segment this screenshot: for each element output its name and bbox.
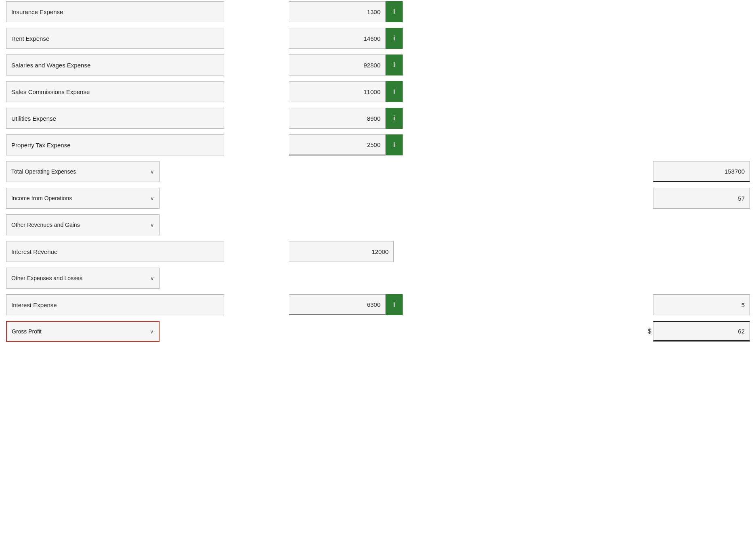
other-revenues-label-col: Other Revenues and Gains ∨	[6, 214, 289, 235]
other-revenues-dropdown[interactable]: Other Revenues and Gains ∨	[6, 214, 160, 235]
income-operations-right-col: 57	[653, 188, 750, 209]
salaries-wages-label: Salaries and Wages Expense	[6, 54, 224, 75]
property-tax-label: Property Tax Expense	[6, 134, 224, 155]
insurance-expense-label: Insurance Expense	[6, 1, 224, 22]
insurance-expense-mid-col: 1300 i	[289, 1, 450, 22]
total-operating-total-value: 153700	[653, 161, 750, 182]
property-tax-value: 2500	[289, 134, 386, 155]
total-operating-expenses-row: Total Operating Expenses ∨ 153700	[0, 160, 756, 183]
sales-commissions-mid-col: 11000 i	[289, 81, 450, 102]
utilities-expense-value: 8900	[289, 108, 386, 129]
gross-profit-total-value: 62	[653, 321, 750, 342]
other-expenses-chevron-icon: ∨	[150, 275, 154, 281]
interest-expense-label: Interest Expense	[6, 294, 224, 315]
rent-expense-value: 14600	[289, 28, 386, 49]
other-expenses-label: Other Expenses and Losses	[11, 275, 82, 281]
interest-revenue-value: 12000	[289, 241, 394, 262]
total-operating-label-col: Total Operating Expenses ∨	[6, 161, 289, 182]
other-expenses-label-col: Other Expenses and Losses ∨	[6, 268, 289, 289]
rent-expense-label-col: Rent Expense	[6, 28, 289, 49]
salaries-wages-label-col: Salaries and Wages Expense	[6, 54, 289, 75]
utilities-expense-mid-col: 8900 i	[289, 108, 450, 129]
interest-expense-info-btn[interactable]: i	[386, 294, 403, 315]
interest-expense-mid-col: 6300 i	[289, 294, 450, 315]
total-operating-expenses-dropdown[interactable]: Total Operating Expenses ∨	[6, 161, 160, 182]
insurance-expense-label-col: Insurance Expense	[6, 1, 289, 22]
insurance-expense-info-btn[interactable]: i	[386, 1, 403, 22]
utilities-expense-label: Utilities Expense	[6, 108, 224, 129]
sales-commissions-label: Sales Commissions Expense	[6, 81, 224, 102]
utilities-expense-label-col: Utilities Expense	[6, 108, 289, 129]
interest-revenue-label-col: Interest Revenue	[6, 241, 289, 262]
utilities-expense-info-btn[interactable]: i	[386, 108, 403, 129]
other-expenses-dropdown[interactable]: Other Expenses and Losses ∨	[6, 268, 160, 289]
property-tax-row: Property Tax Expense 2500 i	[0, 133, 756, 157]
other-revenues-row: Other Revenues and Gains ∨	[0, 213, 756, 237]
rent-expense-row: Rent Expense 14600 i	[0, 27, 756, 50]
property-tax-info-btn[interactable]: i	[386, 134, 403, 155]
total-operating-chevron-icon: ∨	[150, 169, 154, 175]
income-operations-row: Income from Operations ∨ 57	[0, 186, 756, 210]
interest-revenue-mid-col: 12000	[289, 241, 398, 262]
insurance-expense-row: Insurance Expense 1300 i	[0, 0, 756, 23]
salaries-wages-row: Salaries and Wages Expense 92800 i	[0, 53, 756, 77]
other-revenues-label: Other Revenues and Gains	[11, 222, 80, 228]
rent-expense-info-btn[interactable]: i	[386, 28, 403, 49]
salaries-wages-info-btn[interactable]: i	[386, 54, 403, 75]
interest-expense-row: Interest Expense 6300 i 5	[0, 293, 756, 316]
interest-expense-value: 6300	[289, 294, 386, 315]
interest-revenue-row: Interest Revenue 12000	[0, 240, 756, 263]
income-operations-label: Income from Operations	[11, 195, 72, 201]
interest-expense-right-col: 5	[653, 294, 750, 315]
other-expenses-row: Other Expenses and Losses ∨	[0, 266, 756, 290]
gross-profit-dollar-sign: $	[648, 328, 651, 335]
gross-profit-right-col: $ 62	[648, 321, 750, 342]
property-tax-mid-col: 2500 i	[289, 134, 450, 155]
gross-profit-chevron-icon: ∨	[150, 329, 154, 335]
gross-profit-label-col: Gross Profit ∨	[6, 321, 289, 342]
income-operations-total-value: 57	[653, 188, 750, 209]
other-revenues-chevron-icon: ∨	[150, 222, 154, 228]
interest-revenue-label: Interest Revenue	[6, 241, 224, 262]
property-tax-label-col: Property Tax Expense	[6, 134, 289, 155]
gross-profit-label: Gross Profit	[12, 328, 42, 335]
sales-commissions-label-col: Sales Commissions Expense	[6, 81, 289, 102]
utilities-expense-row: Utilities Expense 8900 i	[0, 107, 756, 130]
salaries-wages-mid-col: 92800 i	[289, 54, 450, 75]
interest-expense-label-col: Interest Expense	[6, 294, 289, 315]
salaries-wages-value: 92800	[289, 54, 386, 75]
sales-commissions-row: Sales Commissions Expense 11000 i	[0, 80, 756, 103]
income-operations-dropdown[interactable]: Income from Operations ∨	[6, 188, 160, 209]
sales-commissions-info-btn[interactable]: i	[386, 81, 403, 102]
income-operations-label-col: Income from Operations ∨	[6, 188, 289, 209]
income-operations-chevron-icon: ∨	[150, 195, 154, 201]
total-operating-expenses-label: Total Operating Expenses	[11, 168, 76, 175]
insurance-expense-value: 1300	[289, 1, 386, 22]
sales-commissions-value: 11000	[289, 81, 386, 102]
rent-expense-label: Rent Expense	[6, 28, 224, 49]
main-container: Insurance Expense 1300 i Rent Expense 14…	[0, 0, 756, 343]
gross-profit-row: Gross Profit ∨ $ 62	[0, 320, 756, 343]
total-operating-right-col: 153700	[653, 161, 750, 182]
interest-expense-total-value: 5	[653, 294, 750, 315]
rent-expense-mid-col: 14600 i	[289, 28, 450, 49]
gross-profit-dropdown[interactable]: Gross Profit ∨	[6, 321, 160, 342]
